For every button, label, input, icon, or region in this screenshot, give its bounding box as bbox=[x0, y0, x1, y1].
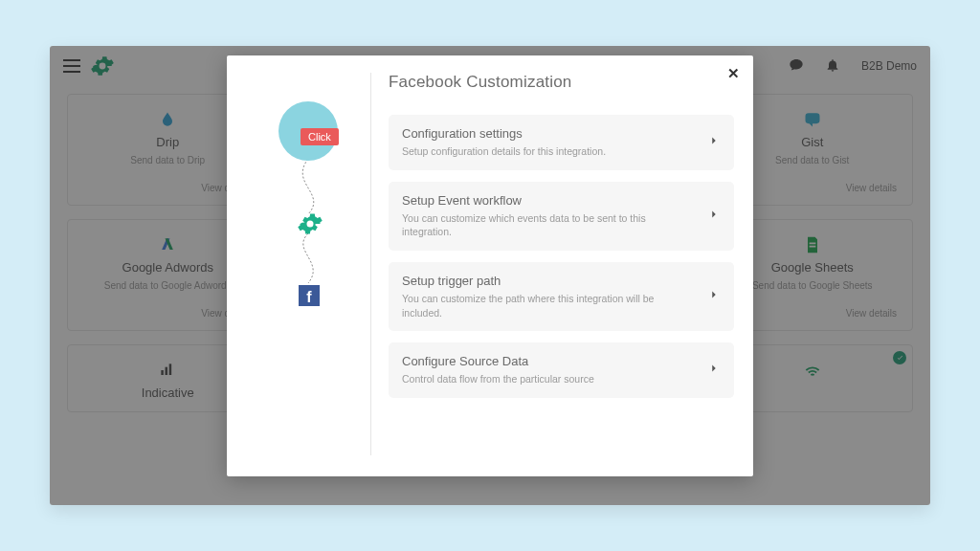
chevron-right-icon bbox=[707, 288, 721, 305]
divider bbox=[370, 73, 371, 455]
option-title: Configuration settings bbox=[402, 126, 696, 141]
option-sub: You can customize the path where this in… bbox=[402, 292, 696, 320]
option-event-workflow[interactable]: Setup Event workflow You can customize w… bbox=[389, 182, 734, 251]
gear-icon bbox=[297, 210, 323, 237]
customization-modal: ✕ Click f Facebook Customizat bbox=[227, 55, 753, 476]
chevron-right-icon bbox=[707, 134, 721, 151]
option-source-data[interactable]: Configure Source Data Control data flow … bbox=[389, 342, 734, 398]
option-title: Configure Source Data bbox=[402, 354, 696, 368]
click-label: Click bbox=[301, 128, 339, 145]
option-title: Setup trigger path bbox=[402, 274, 696, 288]
modal-content: Facebook Customization Configuration set… bbox=[377, 73, 734, 455]
modal-overlay[interactable]: ✕ Click f Facebook Customizat bbox=[50, 46, 930, 505]
facebook-icon: f bbox=[299, 285, 320, 306]
option-sub: Setup configuration details for this int… bbox=[402, 144, 696, 159]
close-icon[interactable]: ✕ bbox=[727, 65, 740, 82]
option-title: Setup Event workflow bbox=[402, 193, 696, 208]
modal-title: Facebook Customization bbox=[389, 73, 734, 92]
option-sub: Control data flow from the particular so… bbox=[402, 372, 696, 386]
svg-point-6 bbox=[307, 221, 314, 228]
chevron-right-icon bbox=[707, 208, 721, 225]
option-configuration-settings[interactable]: Configuration settings Setup configurati… bbox=[389, 115, 734, 170]
chevron-right-icon bbox=[707, 362, 721, 379]
option-sub: You can customize which events data to b… bbox=[402, 211, 696, 239]
modal-flow-graphic: Click f bbox=[246, 73, 370, 455]
app-frame: B2B Demo Drip Send data to Drip View det… bbox=[50, 46, 930, 505]
option-trigger-path[interactable]: Setup trigger path You can customize the… bbox=[389, 262, 734, 331]
